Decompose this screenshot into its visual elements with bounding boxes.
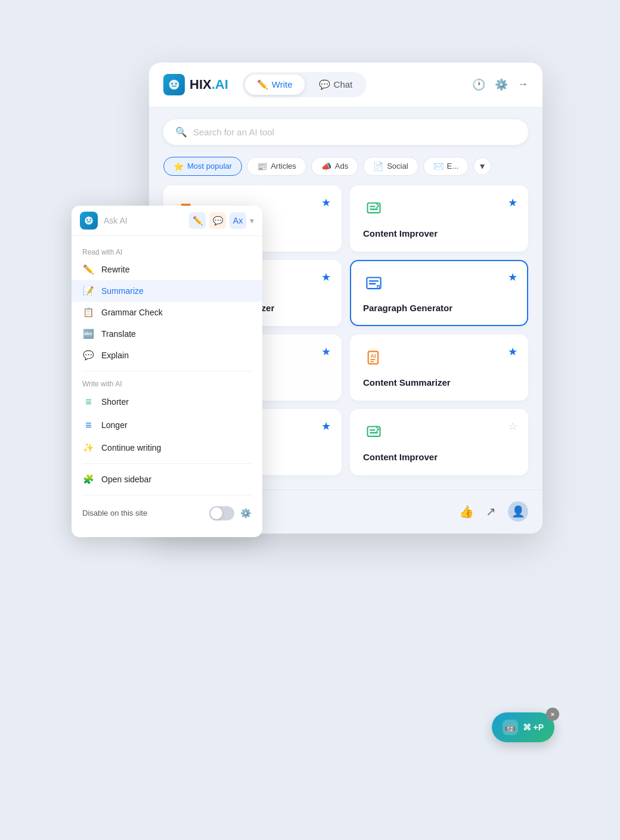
content-summarizer-icon: AI [363, 348, 385, 369]
header: HIX.AI ✏️ Write 💬 Chat 🕐 ⚙️ → [149, 63, 542, 107]
ask-ai-bar: Ask AI ✏️ 💬 Ax ▾ [72, 206, 262, 236]
content-improver-icon [363, 199, 385, 220]
menu-item-continue-writing[interactable]: ✨ Continue writing [72, 437, 262, 458]
explain-icon: 💬 [82, 350, 94, 361]
svg-rect-16 [369, 283, 376, 284]
disable-label: Disable on this site [82, 509, 203, 517]
thumbs-up-icon[interactable]: 👍 [459, 504, 474, 519]
popular-icon: ⭐ [173, 162, 184, 171]
open-sidebar-icon: 🧩 [82, 474, 94, 485]
longer-icon: ≡ [82, 419, 94, 432]
logo-text: HIX.AI [190, 77, 228, 92]
svg-text:AI: AI [370, 352, 376, 358]
grammar-check-icon: 📋 [82, 307, 94, 318]
tool-name-paragraph-generator: Paragraph Generator [363, 303, 515, 313]
avatar[interactable]: 👤 [508, 501, 528, 522]
divider-3 [82, 495, 252, 495]
write-tab[interactable]: ✏️ Write [245, 75, 305, 95]
star-paragraph-generator[interactable]: ★ [508, 271, 517, 284]
footer-gear-icon[interactable]: ⚙️ [240, 508, 252, 519]
star-content-improver-1[interactable]: ★ [508, 196, 517, 209]
star-article-writer[interactable]: ★ [321, 420, 331, 433]
menu-item-translate[interactable]: 🔤 Translate [72, 323, 262, 345]
svg-rect-29 [368, 426, 380, 436]
pencil-tool-button[interactable]: ✏️ [189, 212, 206, 229]
filter-tabs: ⭐ Most popular 📰 Articles 📣 Ads 📄 Social… [149, 152, 542, 185]
svg-rect-30 [370, 429, 375, 430]
svg-text:B: B [377, 284, 380, 290]
search-bar[interactable]: 🔍 Search for an AI tool [163, 119, 528, 145]
cta-close-button[interactable]: × [546, 708, 559, 721]
scene: HIX.AI ✏️ Write 💬 Chat 🕐 ⚙️ → [78, 63, 542, 778]
menu-item-explain[interactable]: 💬 Explain [72, 345, 262, 366]
menu-item-shorter[interactable]: ≡ Shorter [72, 390, 262, 414]
articles-icon: 📰 [257, 162, 267, 171]
write-icon: ✏️ [257, 79, 268, 90]
star-content-summarizer[interactable]: ★ [508, 345, 517, 358]
menu-item-grammar-check[interactable]: 📋 Grammar Check [72, 302, 262, 323]
filter-social[interactable]: 📄 Social [363, 157, 418, 176]
history-icon[interactable]: 🕐 [472, 78, 485, 91]
logo-icon [163, 74, 185, 95]
menu-item-longer[interactable]: ≡ Longer [72, 414, 262, 437]
bubble-tool-button[interactable]: 💬 [209, 212, 226, 229]
search-placeholder: Search for an AI tool [193, 127, 274, 137]
star-content-rewriter[interactable]: ★ [321, 196, 331, 209]
menu-item-summarize[interactable]: 📝 Summarize [72, 280, 262, 302]
tool-card-content-summarizer[interactable]: AI ★ Content Summarizer [350, 334, 528, 401]
disable-toggle[interactable] [209, 506, 234, 520]
star-paragraph-summarizer[interactable]: ★ [321, 271, 331, 284]
search-area: 🔍 Search for an AI tool [149, 107, 542, 152]
more-filters-button[interactable]: ▾ [473, 157, 491, 175]
menu-item-open-sidebar[interactable]: 🧩 Open sidebar [72, 469, 262, 490]
svg-point-1 [171, 82, 173, 84]
tool-card-content-improver-1[interactable]: ★ Content Improver [350, 185, 528, 252]
paragraph-generator-icon: B [363, 273, 385, 295]
menu-footer: Disable on this site ⚙️ [72, 500, 262, 529]
write-section-label: Write with AI [72, 376, 262, 390]
svg-rect-31 [370, 432, 378, 433]
translate-icon: 🔤 [82, 328, 94, 339]
tool-card-content-improver-2[interactable]: ☆ Content Improver [350, 409, 528, 475]
star-essay-generator[interactable]: ★ [321, 345, 331, 358]
summarize-icon: 📝 [82, 286, 94, 296]
svg-rect-3 [172, 85, 176, 86]
filter-ads[interactable]: 📣 Ads [311, 157, 358, 176]
filter-email[interactable]: ✉️ E... [423, 157, 469, 176]
svg-rect-25 [370, 361, 374, 362]
expand-tools-button[interactable]: ▾ [250, 216, 254, 225]
share-icon[interactable]: ↗ [486, 504, 496, 519]
continue-writing-icon: ✨ [82, 442, 94, 453]
search-icon: 🔍 [175, 126, 187, 138]
filter-articles[interactable]: 📰 Articles [247, 157, 306, 176]
chat-icon: 💬 [319, 79, 330, 90]
filter-most-popular[interactable]: ⭐ Most popular [163, 157, 242, 176]
cta-float-button[interactable]: × 🤖 ⌘ +P [492, 712, 554, 742]
header-icons: 🕐 ⚙️ → [472, 78, 528, 91]
tool-card-paragraph-generator[interactable]: B ★ Paragraph Generator [350, 260, 528, 326]
svg-point-32 [85, 216, 92, 224]
svg-point-34 [89, 219, 91, 221]
svg-rect-9 [370, 208, 378, 209]
logo: HIX.AI [163, 74, 228, 95]
chat-tab[interactable]: 💬 Chat [307, 75, 365, 95]
settings-icon[interactable]: ⚙️ [495, 78, 508, 91]
ask-ai-icon [80, 212, 98, 230]
menu-item-rewrite[interactable]: ✏️ Rewrite [72, 259, 262, 280]
star-content-improver-2[interactable]: ☆ [508, 420, 517, 433]
svg-rect-24 [370, 359, 375, 360]
translate-tool-button[interactable]: Ax [230, 212, 246, 229]
tool-name-content-improver-1: Content Improver [363, 228, 515, 238]
toggle-thumb [210, 507, 222, 519]
social-icon: 📄 [373, 162, 383, 171]
ask-ai-placeholder: Ask AI [104, 216, 183, 225]
rewrite-icon: ✏️ [82, 264, 94, 275]
email-icon: ✉️ [433, 162, 444, 171]
svg-point-2 [175, 82, 177, 84]
ads-icon: 📣 [321, 162, 331, 171]
expand-icon[interactable]: → [517, 78, 528, 91]
svg-point-0 [169, 79, 179, 89]
shorter-icon: ≡ [82, 396, 94, 408]
svg-rect-8 [370, 206, 375, 207]
cta-bot-icon: 🤖 [503, 720, 518, 735]
